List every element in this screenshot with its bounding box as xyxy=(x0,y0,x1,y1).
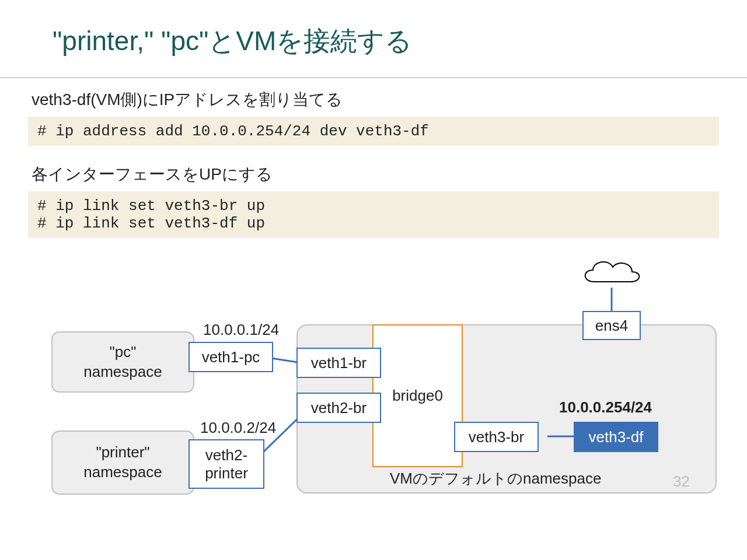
code-block-2: # ip link set veth3-br up # ip link set … xyxy=(28,191,719,238)
cloud-icon xyxy=(577,256,647,290)
ip-label-3: 10.0.0.254/24 xyxy=(559,398,652,416)
page-number: 32 xyxy=(673,473,690,491)
veth2-printer-box: veth2- printer xyxy=(189,439,264,489)
ip-label-2: 10.0.0.2/24 xyxy=(200,419,276,437)
network-diagram: "pc" namespace "printer" namespace veth1… xyxy=(28,256,719,506)
vm-caption: VMのデフォルトのnamespace xyxy=(390,468,601,489)
pc-namespace-box: "pc" namespace xyxy=(51,331,194,393)
code-block-1: # ip address add 10.0.0.254/24 dev veth3… xyxy=(28,117,719,146)
veth1-pc-box: veth1-pc xyxy=(189,342,273,372)
ens4-box: ens4 xyxy=(582,311,641,340)
paragraph-1: veth3-df(VM側)にIPアドレスを割り当てる xyxy=(32,89,719,111)
slide-title: "printer," "pc"とVMを接続する xyxy=(0,0,747,77)
veth3-df-box: veth3-df xyxy=(574,422,658,452)
bridge0-box: bridge0 xyxy=(372,324,463,467)
ip-label-1: 10.0.0.1/24 xyxy=(203,321,279,339)
veth3-br-box: veth3-br xyxy=(454,422,539,452)
veth1-br-box: veth1-br xyxy=(296,348,381,378)
printer-namespace-box: "printer" namespace xyxy=(51,430,194,495)
veth2-br-box: veth2-br xyxy=(296,393,381,423)
paragraph-2: 各インターフェースをUPにする xyxy=(32,163,719,186)
